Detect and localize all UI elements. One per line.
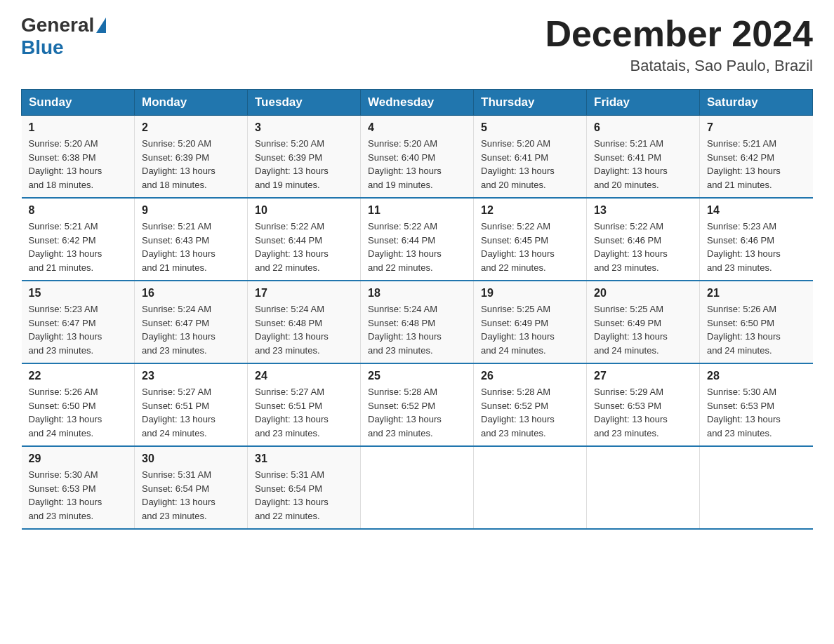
day-info: Sunrise: 5:21 AM Sunset: 6:41 PM Dayligh… (594, 137, 692, 192)
day-number: 19 (481, 287, 579, 300)
day-number: 13 (594, 204, 692, 217)
logo-general: General (21, 14, 94, 36)
day-info: Sunrise: 5:23 AM Sunset: 6:47 PM Dayligh… (29, 302, 128, 357)
day-info: Sunrise: 5:20 AM Sunset: 6:38 PM Dayligh… (29, 137, 128, 192)
day-number: 17 (255, 287, 353, 300)
day-info: Sunrise: 5:27 AM Sunset: 6:51 PM Dayligh… (142, 385, 240, 440)
day-number: 8 (29, 204, 128, 217)
day-number: 4 (368, 121, 466, 134)
day-info: Sunrise: 5:26 AM Sunset: 6:50 PM Dayligh… (707, 302, 806, 357)
calendar-cell (700, 446, 813, 529)
day-number: 30 (142, 452, 240, 465)
day-number: 6 (594, 121, 692, 134)
calendar-week-row: 29 Sunrise: 5:30 AM Sunset: 6:53 PM Dayl… (22, 446, 813, 529)
calendar-cell: 19 Sunrise: 5:25 AM Sunset: 6:49 PM Dayl… (474, 281, 587, 363)
calendar-cell: 7 Sunrise: 5:21 AM Sunset: 6:42 PM Dayli… (700, 116, 813, 199)
calendar-cell: 16 Sunrise: 5:24 AM Sunset: 6:47 PM Dayl… (135, 281, 248, 363)
calendar-cell: 28 Sunrise: 5:30 AM Sunset: 6:53 PM Dayl… (700, 363, 813, 446)
day-number: 29 (29, 452, 128, 465)
logo: General Blue (21, 14, 106, 59)
calendar-cell: 5 Sunrise: 5:20 AM Sunset: 6:41 PM Dayli… (474, 116, 587, 199)
day-info: Sunrise: 5:20 AM Sunset: 6:40 PM Dayligh… (368, 137, 466, 192)
calendar-week-row: 22 Sunrise: 5:26 AM Sunset: 6:50 PM Dayl… (22, 363, 813, 446)
calendar-cell: 31 Sunrise: 5:31 AM Sunset: 6:54 PM Dayl… (248, 446, 361, 529)
calendar-week-row: 8 Sunrise: 5:21 AM Sunset: 6:42 PM Dayli… (22, 198, 813, 281)
calendar-cell: 29 Sunrise: 5:30 AM Sunset: 6:53 PM Dayl… (22, 446, 135, 529)
day-info: Sunrise: 5:28 AM Sunset: 6:52 PM Dayligh… (481, 385, 579, 440)
day-info: Sunrise: 5:20 AM Sunset: 6:41 PM Dayligh… (481, 137, 579, 192)
calendar-cell: 24 Sunrise: 5:27 AM Sunset: 6:51 PM Dayl… (248, 363, 361, 446)
calendar-cell: 30 Sunrise: 5:31 AM Sunset: 6:54 PM Dayl… (135, 446, 248, 529)
page-header: General Blue December 2024 Batatais, Sao… (21, 14, 813, 75)
day-info: Sunrise: 5:23 AM Sunset: 6:46 PM Dayligh… (707, 220, 806, 274)
day-info: Sunrise: 5:28 AM Sunset: 6:52 PM Dayligh… (368, 385, 466, 440)
logo-blue: Blue (21, 36, 64, 58)
day-number: 1 (29, 121, 128, 134)
day-info: Sunrise: 5:31 AM Sunset: 6:54 PM Dayligh… (142, 468, 240, 523)
day-number: 23 (142, 370, 240, 382)
calendar-cell (361, 446, 474, 529)
calendar-week-row: 1 Sunrise: 5:20 AM Sunset: 6:38 PM Dayli… (22, 116, 813, 199)
day-number: 22 (29, 370, 128, 382)
calendar-cell: 27 Sunrise: 5:29 AM Sunset: 6:53 PM Dayl… (587, 363, 700, 446)
calendar-cell: 22 Sunrise: 5:26 AM Sunset: 6:50 PM Dayl… (22, 363, 135, 446)
day-number: 26 (481, 370, 579, 382)
day-number: 9 (142, 204, 240, 217)
day-number: 21 (707, 287, 806, 300)
calendar-cell: 1 Sunrise: 5:20 AM Sunset: 6:38 PM Dayli… (22, 116, 135, 199)
header-sunday: Sunday (22, 90, 135, 116)
day-info: Sunrise: 5:24 AM Sunset: 6:47 PM Dayligh… (142, 302, 240, 357)
calendar-body: 1 Sunrise: 5:20 AM Sunset: 6:38 PM Dayli… (22, 116, 813, 530)
calendar-cell: 18 Sunrise: 5:24 AM Sunset: 6:48 PM Dayl… (361, 281, 474, 363)
day-number: 18 (368, 287, 466, 300)
day-info: Sunrise: 5:25 AM Sunset: 6:49 PM Dayligh… (594, 302, 692, 357)
day-number: 12 (481, 204, 579, 217)
calendar-cell: 20 Sunrise: 5:25 AM Sunset: 6:49 PM Dayl… (587, 281, 700, 363)
day-number: 14 (707, 204, 806, 217)
day-info: Sunrise: 5:30 AM Sunset: 6:53 PM Dayligh… (29, 468, 128, 523)
day-info: Sunrise: 5:31 AM Sunset: 6:54 PM Dayligh… (255, 468, 353, 523)
calendar-cell: 6 Sunrise: 5:21 AM Sunset: 6:41 PM Dayli… (587, 116, 700, 199)
day-number: 31 (255, 452, 353, 465)
header-monday: Monday (135, 90, 248, 116)
calendar-cell: 10 Sunrise: 5:22 AM Sunset: 6:44 PM Dayl… (248, 198, 361, 281)
calendar-cell: 26 Sunrise: 5:28 AM Sunset: 6:52 PM Dayl… (474, 363, 587, 446)
calendar-cell: 23 Sunrise: 5:27 AM Sunset: 6:51 PM Dayl… (135, 363, 248, 446)
day-info: Sunrise: 5:21 AM Sunset: 6:42 PM Dayligh… (29, 220, 128, 274)
day-info: Sunrise: 5:27 AM Sunset: 6:51 PM Dayligh… (255, 385, 353, 440)
calendar-cell: 3 Sunrise: 5:20 AM Sunset: 6:39 PM Dayli… (248, 116, 361, 199)
day-info: Sunrise: 5:22 AM Sunset: 6:44 PM Dayligh… (255, 220, 353, 274)
calendar-cell: 12 Sunrise: 5:22 AM Sunset: 6:45 PM Dayl… (474, 198, 587, 281)
calendar-cell: 17 Sunrise: 5:24 AM Sunset: 6:48 PM Dayl… (248, 281, 361, 363)
calendar-cell: 4 Sunrise: 5:20 AM Sunset: 6:40 PM Dayli… (361, 116, 474, 199)
calendar-table: Sunday Monday Tuesday Wednesday Thursday… (21, 89, 813, 530)
day-info: Sunrise: 5:24 AM Sunset: 6:48 PM Dayligh… (255, 302, 353, 357)
calendar-cell: 2 Sunrise: 5:20 AM Sunset: 6:39 PM Dayli… (135, 116, 248, 199)
calendar-cell (587, 446, 700, 529)
page-title: December 2024 (545, 14, 813, 54)
day-number: 27 (594, 370, 692, 382)
day-info: Sunrise: 5:21 AM Sunset: 6:43 PM Dayligh… (142, 220, 240, 274)
day-info: Sunrise: 5:22 AM Sunset: 6:45 PM Dayligh… (481, 220, 579, 274)
day-number: 5 (481, 121, 579, 134)
calendar-cell (474, 446, 587, 529)
day-number: 20 (594, 287, 692, 300)
calendar-cell: 14 Sunrise: 5:23 AM Sunset: 6:46 PM Dayl… (700, 198, 813, 281)
header-thursday: Thursday (474, 90, 587, 116)
header-tuesday: Tuesday (248, 90, 361, 116)
calendar-cell: 13 Sunrise: 5:22 AM Sunset: 6:46 PM Dayl… (587, 198, 700, 281)
calendar-cell: 15 Sunrise: 5:23 AM Sunset: 6:47 PM Dayl… (22, 281, 135, 363)
day-info: Sunrise: 5:20 AM Sunset: 6:39 PM Dayligh… (255, 137, 353, 192)
day-info: Sunrise: 5:24 AM Sunset: 6:48 PM Dayligh… (368, 302, 466, 357)
header-friday: Friday (587, 90, 700, 116)
calendar-cell: 9 Sunrise: 5:21 AM Sunset: 6:43 PM Dayli… (135, 198, 248, 281)
calendar-header: Sunday Monday Tuesday Wednesday Thursday… (22, 90, 813, 116)
header-wednesday: Wednesday (361, 90, 474, 116)
day-number: 15 (29, 287, 128, 300)
day-number: 28 (707, 370, 806, 382)
day-number: 10 (255, 204, 353, 217)
day-number: 25 (368, 370, 466, 382)
day-number: 11 (368, 204, 466, 217)
calendar-week-row: 15 Sunrise: 5:23 AM Sunset: 6:47 PM Dayl… (22, 281, 813, 363)
logo-triangle-icon (96, 18, 106, 33)
